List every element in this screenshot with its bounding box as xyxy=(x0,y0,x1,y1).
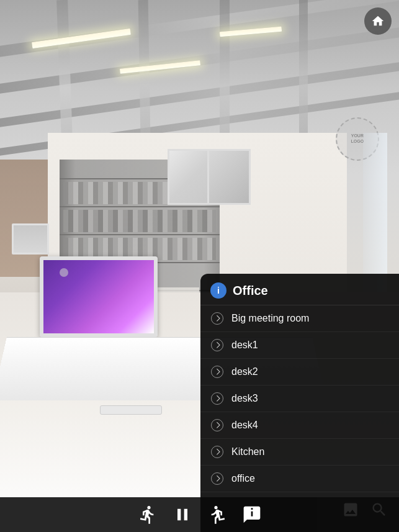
menu-item-office[interactable]: office xyxy=(200,466,399,492)
menu-item-label: desk3 xyxy=(231,393,258,404)
feet-button[interactable] xyxy=(202,500,232,530)
walk-button[interactable] xyxy=(133,500,163,530)
info2-icon xyxy=(242,505,262,525)
pause-button[interactable] xyxy=(168,500,197,530)
keyboard xyxy=(100,405,162,415)
menu-item-desk3[interactable]: desk3 xyxy=(200,385,399,412)
nav-arrow-icon xyxy=(210,392,224,405)
nav-arrow-icon xyxy=(210,418,224,432)
panel-header: i Office xyxy=(200,274,399,305)
apple-logo xyxy=(60,268,68,277)
nav-panel: i Office Big meeting room desk1 desk2 xyxy=(200,274,399,532)
menu-item-label: desk4 xyxy=(231,420,258,431)
nav-arrow-icon xyxy=(210,472,224,485)
home-icon xyxy=(371,14,385,28)
menu-item-label: office xyxy=(231,473,255,484)
nav-arrow-icon xyxy=(210,338,224,352)
feet-icon xyxy=(207,505,227,525)
nav-arrow-icon xyxy=(210,365,224,379)
pause-icon xyxy=(173,505,192,525)
walk-icon xyxy=(138,505,158,525)
panel-title: Office xyxy=(233,284,268,298)
info-icon: i xyxy=(210,282,226,299)
menu-item-label: Big meeting room xyxy=(231,313,309,324)
menu-item-desk1[interactable]: desk1 xyxy=(200,332,399,359)
menu-item-label: desk1 xyxy=(231,340,258,351)
bg-imac xyxy=(12,223,49,255)
home-button[interactable] xyxy=(364,7,392,35)
info-action-button[interactable] xyxy=(237,500,267,530)
menu-item-desk4[interactable]: desk4 xyxy=(200,412,399,439)
menu-item-desk2[interactable]: desk2 xyxy=(200,359,399,385)
nav-arrow-icon xyxy=(210,312,224,325)
menu-items-list: Big meeting room desk1 desk2 desk3 desk4 xyxy=(200,305,399,492)
nav-arrow-icon xyxy=(210,445,224,459)
menu-item-label: desk2 xyxy=(231,366,258,377)
menu-item-label: Kitchen xyxy=(231,446,264,458)
menu-item-kitchen[interactable]: Kitchen xyxy=(200,439,399,466)
painting-right xyxy=(207,149,251,205)
menu-item-big-meeting-room[interactable]: Big meeting room xyxy=(200,305,399,332)
action-bar xyxy=(0,497,399,532)
